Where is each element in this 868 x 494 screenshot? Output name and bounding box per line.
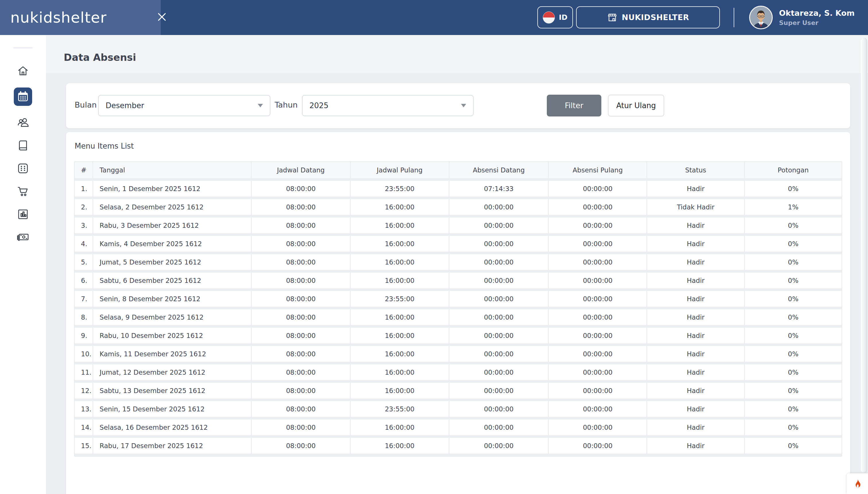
table-header-row: #TanggalJadwal DatangJadwal PulangAbsens…	[75, 162, 842, 181]
table-row: 8.Selasa, 9 Desember 2025 161208:00:0016…	[75, 309, 842, 328]
page-title: Data Absensi	[64, 52, 136, 63]
language-label: ID	[559, 13, 568, 21]
sidebar-item-money[interactable]	[17, 231, 29, 244]
cell-row-number: 6.	[75, 272, 93, 291]
cell-jadwal-pulang: 16:00:00	[351, 272, 449, 291]
cell-jadwal-pulang: 16:00:00	[351, 309, 449, 328]
tenant-label: NUKIDSHELTER	[622, 13, 689, 22]
cell-absensi-pulang: 00:00:00	[549, 364, 647, 383]
year-select[interactable]: 2025	[302, 95, 474, 116]
cell-row-number: 9.	[75, 328, 93, 346]
table-row: 14.Selasa, 16 Desember 2025 161208:00:00…	[75, 419, 842, 438]
cell-status: Hadir	[647, 309, 744, 328]
sidebar-item-cart[interactable]	[17, 185, 29, 198]
table-row: 12.Sabtu, 13 Desember 2025 161208:00:001…	[75, 383, 842, 401]
cell-status: Hadir	[647, 383, 744, 401]
cell-absensi-datang: 00:00:00	[449, 438, 549, 456]
cell-jadwal-pulang: 23:55:00	[351, 401, 449, 419]
cell-tanggal: Kamis, 11 Desember 2025 1612	[93, 346, 252, 364]
cell-potongan: 0%	[745, 419, 842, 438]
cell-status: Hadir	[647, 346, 744, 364]
cell-absensi-pulang: 00:00:00	[549, 419, 647, 438]
cell-row-number: 14.	[75, 419, 93, 438]
cell-absensi-datang: 00:00:00	[449, 272, 549, 291]
cell-absensi-pulang: 00:00:00	[549, 236, 647, 254]
cell-absensi-pulang: 00:00:00	[549, 328, 647, 346]
sidebar-item-book[interactable]	[17, 139, 29, 152]
filter-button[interactable]: Filter	[547, 95, 601, 116]
user-role: Super User	[779, 19, 855, 26]
table-row: 11.Jumat, 12 Desember 2025 161208:00:001…	[75, 364, 842, 383]
cell-row-number: 1.	[75, 181, 93, 199]
cell-potongan: 1%	[745, 199, 842, 217]
cell-absensi-pulang: 00:00:00	[549, 181, 647, 199]
tenant-button[interactable]: NUKIDSHELTER	[576, 6, 720, 28]
cell-row-number: 10.	[75, 346, 93, 364]
cell-jadwal-datang: 08:00:00	[252, 364, 350, 383]
dice-icon	[17, 162, 29, 175]
cell-tanggal: Senin, 1 Desember 2025 1612	[93, 181, 252, 199]
cell-jadwal-pulang: 16:00:00	[351, 364, 449, 383]
avatar	[749, 6, 773, 29]
debug-toolbar-button[interactable]	[847, 473, 868, 494]
column-header-absensi-pulang: Absensi Pulang	[549, 162, 647, 181]
page-scrollbar[interactable]	[861, 38, 867, 473]
cell-tanggal: Jumat, 5 Desember 2025 1612	[93, 254, 252, 272]
cell-potongan: 0%	[745, 364, 842, 383]
attendance-table: #TanggalJadwal DatangJadwal PulangAbsens…	[74, 161, 842, 457]
cell-status: Hadir	[647, 254, 744, 272]
cell-potongan: 0%	[745, 309, 842, 328]
book-icon	[17, 139, 29, 152]
cell-potongan: 0%	[745, 217, 842, 236]
table-row: 7.Senin, 8 Desember 2025 161208:00:0023:…	[75, 291, 842, 309]
sidebar-item-calendar[interactable]	[14, 88, 32, 106]
sidebar-divider	[14, 48, 33, 48]
chevron-down-icon	[461, 104, 466, 107]
cell-potongan: 0%	[745, 383, 842, 401]
sidebar-toggle-button[interactable]	[153, 8, 171, 27]
cell-absensi-datang: 00:00:00	[449, 346, 549, 364]
cell-jadwal-pulang: 16:00:00	[351, 419, 449, 438]
cell-absensi-pulang: 00:00:00	[549, 272, 647, 291]
cell-tanggal: Rabu, 17 Desember 2025 1612	[93, 438, 252, 456]
cell-absensi-datang: 00:00:00	[449, 383, 549, 401]
cell-tanggal: Rabu, 3 Desember 2025 1612	[93, 217, 252, 236]
filter-card: Bulan Desember Tahun 2025 Filter Atur Ul…	[66, 83, 850, 128]
sidebar-item-dice[interactable]	[17, 162, 29, 175]
cell-potongan: 0%	[745, 401, 842, 419]
cell-absensi-pulang: 00:00:00	[549, 401, 647, 419]
table-row: 13.Senin, 15 Desember 2025 161208:00:002…	[75, 401, 842, 419]
attendance-card: Menu Items List #TanggalJadwal DatangJad…	[66, 132, 850, 494]
sidebar-item-users[interactable]	[17, 116, 29, 129]
cell-absensi-pulang: 00:00:00	[549, 291, 647, 309]
cell-absensi-pulang: 00:00:00	[549, 383, 647, 401]
cell-potongan: 0%	[745, 236, 842, 254]
reset-button[interactable]: Atur Ulang	[608, 95, 664, 116]
cell-status: Hadir	[647, 217, 744, 236]
year-select-value: 2025	[310, 101, 328, 110]
brand-logo: nukidshelter	[10, 9, 107, 26]
table-row: 9.Rabu, 10 Desember 2025 161208:00:0016:…	[75, 328, 842, 346]
cell-status: Hadir	[647, 401, 744, 419]
cell-tanggal: Selasa, 9 Desember 2025 1612	[93, 309, 252, 328]
cell-row-number: 7.	[75, 291, 93, 309]
column-header-absensi-datang: Absensi Datang	[449, 162, 549, 181]
cell-potongan: 0%	[745, 181, 842, 199]
language-button[interactable]: ID	[537, 6, 573, 28]
sidebar-item-home[interactable]	[17, 64, 29, 77]
table-row: 3.Rabu, 3 Desember 2025 161208:00:0016:0…	[75, 217, 842, 236]
sidebar-item-bar-chart[interactable]	[17, 208, 29, 221]
cell-jadwal-datang: 08:00:00	[252, 383, 350, 401]
cart-icon	[17, 185, 29, 198]
month-select[interactable]: Desember	[98, 95, 271, 116]
cell-absensi-datang: 00:00:00	[449, 309, 549, 328]
cell-absensi-datang: 00:00:00	[449, 291, 549, 309]
cell-tanggal: Rabu, 10 Desember 2025 1612	[93, 328, 252, 346]
user-menu[interactable]: Oktareza, S. Kom Super User	[749, 0, 855, 35]
cell-row-number: 8.	[75, 309, 93, 328]
cell-tanggal: Jumat, 12 Desember 2025 1612	[93, 364, 252, 383]
year-label: Tahun	[275, 100, 298, 109]
cell-absensi-datang: 00:00:00	[449, 217, 549, 236]
cell-absensi-datang: 00:00:00	[449, 199, 549, 217]
cell-absensi-datang: 00:00:00	[449, 364, 549, 383]
